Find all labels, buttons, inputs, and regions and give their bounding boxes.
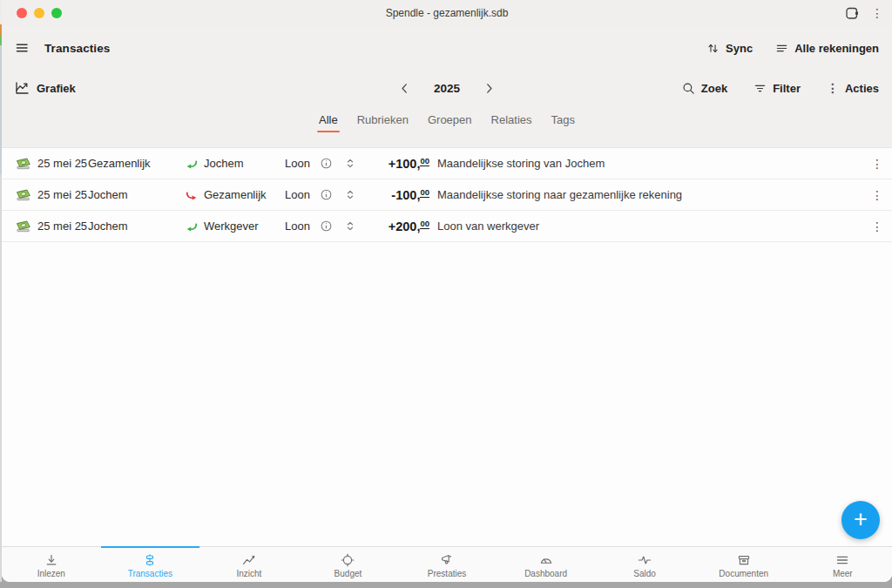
transaction-description: Maandelijkse storing van Jochem <box>437 157 862 170</box>
transaction-account: Gezamenlijk <box>88 157 186 170</box>
info-icon[interactable] <box>320 188 344 201</box>
target-icon <box>341 553 355 567</box>
prev-year-button[interactable] <box>398 82 411 95</box>
sync-icon <box>706 42 720 55</box>
transaction-row[interactable]: 25 mei 25 Gezamenlijk Jochem Loon +100,0… <box>2 148 892 179</box>
bottom-navigation: Inlezen Transacties Inzicht Budget Prest… <box>2 546 892 582</box>
actions-button[interactable]: ⋮ Acties <box>827 81 879 95</box>
tab-groepen[interactable]: Groepen <box>428 113 472 132</box>
tab-tags[interactable]: Tags <box>551 113 575 132</box>
window-title: Spendle - gezamenlijk.sdb <box>2 7 892 19</box>
archive-box-icon <box>737 553 751 567</box>
tab-rubrieken[interactable]: Rubrieken <box>357 113 409 132</box>
row-kebab-icon[interactable]: ⋮ <box>862 220 892 233</box>
search-label: Zoek <box>701 82 727 95</box>
pulse-icon <box>638 553 652 567</box>
nav-label: Meer <box>833 569 853 578</box>
more-lines-icon <box>835 553 849 567</box>
search-icon <box>682 82 695 95</box>
transaction-amount: +200,00 <box>368 219 429 233</box>
nav-prestaties[interactable]: Prestaties <box>397 547 497 582</box>
transaction-description: Loon van werkgever <box>437 220 862 233</box>
filter-tabs: Alle Rubrieken Groepen Relaties Tags <box>2 106 892 148</box>
menu-icon[interactable] <box>15 41 29 55</box>
sort-updown-icon[interactable] <box>344 188 368 201</box>
sync-label: Sync <box>726 42 753 55</box>
nav-documenten[interactable]: Documenten <box>694 547 794 582</box>
nav-inlezen[interactable]: Inlezen <box>2 547 101 582</box>
filter-icon <box>753 82 767 95</box>
money-icon <box>15 220 37 233</box>
tab-overview-icon[interactable] <box>845 6 859 20</box>
sort-updown-icon[interactable] <box>344 157 368 170</box>
accounts-filter-button[interactable]: Alle rekeningen <box>775 42 879 55</box>
nav-label: Prestaties <box>428 569 466 578</box>
actions-kebab-icon: ⋮ <box>827 81 839 95</box>
actions-label: Acties <box>845 82 879 95</box>
nav-meer[interactable]: Meer <box>794 547 892 582</box>
row-kebab-icon[interactable]: ⋮ <box>862 188 892 202</box>
nav-saldo[interactable]: Saldo <box>595 547 694 582</box>
transaction-counterparty: Jochem <box>204 157 285 170</box>
titlebar: Spendle - gezamenlijk.sdb ⋮ <box>2 0 892 26</box>
transfer-in-icon <box>186 159 204 169</box>
nav-label: Transacties <box>128 569 172 578</box>
transaction-counterparty: Werkgever <box>204 220 285 233</box>
chevron-left-icon <box>398 82 411 95</box>
transaction-amount: +100,00 <box>368 156 429 171</box>
transaction-category: Loon <box>285 188 320 201</box>
transaction-row[interactable]: 25 mei 25 Jochem Werkgever Loon +200,00 … <box>2 211 892 242</box>
transaction-date: 25 mei 25 <box>37 220 88 233</box>
app-header: Transacties Sync Alle rekeningen <box>2 26 892 70</box>
filter-button[interactable]: Filter <box>753 82 801 95</box>
sync-button[interactable]: Sync <box>706 42 753 55</box>
nav-label: Budget <box>334 569 362 578</box>
row-kebab-icon[interactable]: ⋮ <box>862 157 892 171</box>
nav-label: Inlezen <box>37 569 65 578</box>
transaction-date: 25 mei 25 <box>37 188 88 201</box>
nav-dashboard[interactable]: Dashboard <box>497 547 596 582</box>
tab-relaties[interactable]: Relaties <box>491 113 532 132</box>
search-button[interactable]: Zoek <box>682 82 727 95</box>
active-tab-indicator <box>101 546 200 548</box>
nav-transacties[interactable]: Transacties <box>101 547 200 582</box>
transaction-category: Loon <box>285 220 320 233</box>
transaction-description: Maandelijkse storing naar gezamenlijke r… <box>437 188 862 201</box>
nav-label: Documenten <box>719 569 768 578</box>
account-lines-icon <box>775 42 788 55</box>
transaction-amount: -100,00 <box>368 187 429 202</box>
megaphone-icon <box>440 553 454 567</box>
add-transaction-button[interactable]: + <box>841 501 880 539</box>
import-icon <box>44 553 58 567</box>
nav-label: Dashboard <box>524 569 567 578</box>
next-year-button[interactable] <box>483 82 496 95</box>
nav-label: Saldo <box>633 569 656 578</box>
transaction-date: 25 mei 25 <box>37 157 88 170</box>
transfer-in-icon <box>186 221 204 232</box>
page-title: Transacties <box>44 42 110 55</box>
info-icon[interactable] <box>320 157 344 170</box>
plus-icon: + <box>854 508 868 531</box>
accounts-label: Alle rekeningen <box>794 42 879 55</box>
titlebar-kebab-icon[interactable]: ⋮ <box>871 6 883 20</box>
chevron-right-icon <box>483 82 496 95</box>
info-icon[interactable] <box>320 220 344 233</box>
transaction-row[interactable]: 25 mei 25 Jochem Gezamenlijk Loon -100,0… <box>2 179 892 211</box>
nav-budget[interactable]: Budget <box>299 547 398 582</box>
app-window: Spendle - gezamenlijk.sdb ⋮ Transacties … <box>2 0 892 582</box>
sort-updown-icon[interactable] <box>344 220 368 233</box>
transactions-icon <box>143 553 157 567</box>
toolbar: Grafiek 2025 Zoek Filter ⋮ Acties <box>2 70 892 106</box>
nav-inzicht[interactable]: Inzicht <box>199 547 299 582</box>
gauge-icon <box>539 553 553 567</box>
transaction-counterparty: Gezamenlijk <box>204 188 285 201</box>
filter-label: Filter <box>773 82 801 95</box>
trend-icon <box>242 553 256 567</box>
tab-alle[interactable]: Alle <box>319 113 338 132</box>
transfer-out-icon <box>186 190 204 200</box>
year-label: 2025 <box>434 82 460 95</box>
transaction-account: Jochem <box>88 220 186 233</box>
transaction-list: 25 mei 25 Gezamenlijk Jochem Loon +100,0… <box>2 148 892 242</box>
money-icon <box>15 189 37 201</box>
transaction-category: Loon <box>285 157 320 170</box>
